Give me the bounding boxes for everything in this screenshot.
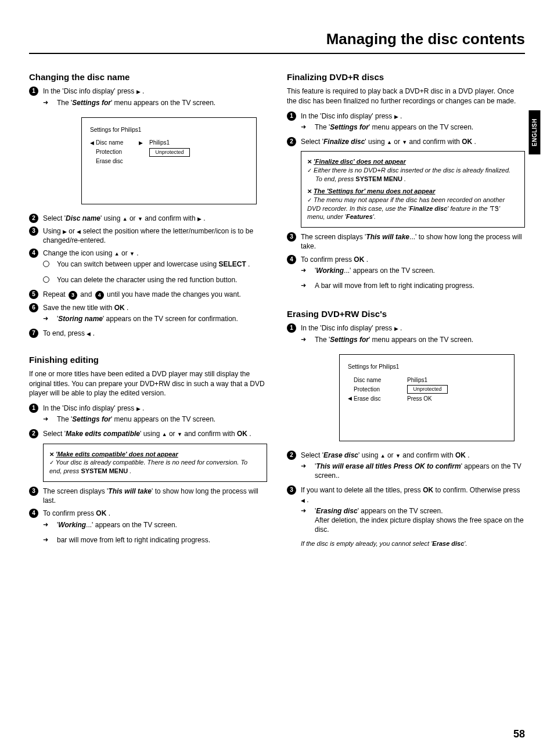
panel-key: Erase disc [354,395,397,403]
text: 'Erasing disc' appears on the TV screen.… [315,506,525,535]
down-icon [129,249,135,257]
right-icon [63,227,67,235]
note-box: 'Make edits compatible' does not appear … [43,444,267,483]
up-icon [162,430,167,438]
note-body: Either there is no DVD+R disc inserted o… [314,167,510,174]
result-arrow-icon [301,123,310,131]
step-4: 4 To confirm press OK . 'Working...' app… [287,255,525,293]
step-number-icon: 1 [287,111,296,121]
panel-key: Protection [354,386,397,394]
step-number-icon: 1 [287,323,296,333]
down-icon [177,430,182,438]
step-2: 2 Select 'Disc name' using or and confir… [29,214,267,223]
right-icon [197,214,202,222]
panel-title: Settings for Philips1 [348,363,506,371]
panel-key: Erase disc [96,157,139,165]
step-2: 2 Select 'Make edits compatible' using o… [29,429,267,438]
step-number-icon: 5 [29,290,38,299]
intro-text: If one or more titles have been edited a… [29,369,267,398]
step-number-icon: 6 [29,303,38,312]
panel-value: Philips1 [407,376,427,384]
text: The 'Settings for' menu appears on the T… [57,415,215,424]
play-right-icon [139,139,149,147]
step-3: 3 The screen displays 'This will take' t… [29,487,267,505]
right-icon [394,112,398,120]
step-5: 5 Repeat 3 and 4 until you have made the… [29,290,267,299]
step-number-icon: 3 [29,226,38,236]
text: 'Working...' appears on the TV screen. [315,266,435,275]
step-3: 3 If you want to delete all the titles, … [287,485,525,536]
note-header: 'Finalize disc' does not appear [314,158,406,165]
step-number-icon: 2 [29,214,38,223]
step-6: 6 Save the new title with OK . 'Storing … [29,303,267,325]
step-number-icon: 1 [29,404,38,413]
x-icon [307,188,312,195]
x-icon [49,451,54,458]
indicator-left-icon [348,395,354,402]
settings-panel: Settings for Philips1 Disc name Philips1… [339,354,515,441]
panel-value: Unprotected [407,385,448,394]
heading: Finishing editing [29,354,267,366]
up-icon [380,451,386,459]
tool-icon: ᎢᏕ [491,205,499,212]
text: The screen displays 'This will take...' … [301,232,525,251]
step-2: 2 Select 'Finalize disc' using or and co… [287,137,525,146]
right-icon [136,404,141,412]
check-icon [307,167,312,174]
play-right-icon [136,87,141,95]
result-arrow-icon [43,98,52,106]
title-rule [29,53,525,54]
step-ref-3-icon: 3 [69,291,77,300]
up-icon [114,249,120,257]
text: The 'Settings for' menu appears on the T… [57,98,215,107]
right-icon [394,324,398,332]
section-finish-edit: Finishing editing If one or more titles … [29,354,267,546]
panel-value: Unprotected [149,148,190,157]
step-1: 1 In the 'Disc info display' press . The… [29,404,267,426]
text: Select 'Disc name' using or and confirm … [43,214,267,223]
step-number-icon: 3 [287,232,296,242]
left-icon [87,329,91,337]
step-number-icon: 7 [29,329,38,338]
note-end: To end, press [315,175,355,182]
up-icon [123,214,128,222]
result-arrow-icon [301,266,310,274]
text: 'This will erase all titles Press OK to … [315,462,525,480]
down-icon [395,451,401,459]
result-arrow-icon [301,281,310,289]
result-arrow-icon [43,535,52,543]
note-box: 'Finalize disc' does not appear Either t… [301,151,525,228]
step-7: 7 To end, press . [29,329,267,338]
panel-title: Settings for Philips1 [90,126,248,134]
step-number-icon: 4 [287,255,296,264]
text: A bar will move from left to right indic… [315,281,474,290]
left-icon [301,496,305,504]
step-number-icon: 2 [287,451,296,460]
note-text: If the disc is empty already, you cannot… [301,539,525,548]
result-arrow-icon [43,520,52,528]
bullet-icon [43,260,52,269]
step-3: 3 The screen displays 'This will take...… [287,232,525,251]
indicator-left-icon [90,139,96,147]
panel-key: Protection [96,148,139,156]
text: In the 'Disc info display' press [301,112,394,120]
text: Save the new title with OK . [43,303,267,312]
text: Using or select the position where the l… [43,226,267,245]
step-4: 4 Change the icon using or . You can swi… [29,249,267,286]
panel-value: Philips1 [149,139,170,147]
settings-panel: Settings for Philips1 Disc name Philips1… [81,117,257,204]
text: If you want to delete all the titles, pr… [301,485,525,504]
text: Change the icon using or . [43,249,267,258]
heading: Finalizing DVD+R discs [287,71,525,83]
down-icon [402,138,407,146]
check-icon [49,459,54,466]
text: In the 'Disc info display' press [43,404,136,412]
note-header: 'Make edits compatible' does not appear [56,451,178,458]
step-1: 1 In the 'Disc info display' press . The… [29,87,267,109]
language-tab: ENGLISH [529,110,541,154]
text: In the 'Disc info display' press [301,324,394,332]
down-icon [138,214,143,222]
step-ref-4-icon: 4 [95,291,104,300]
text: 'Storing name' appears on the TV screen … [57,314,238,323]
text: Select 'Erase disc' using or and confirm… [301,451,525,460]
